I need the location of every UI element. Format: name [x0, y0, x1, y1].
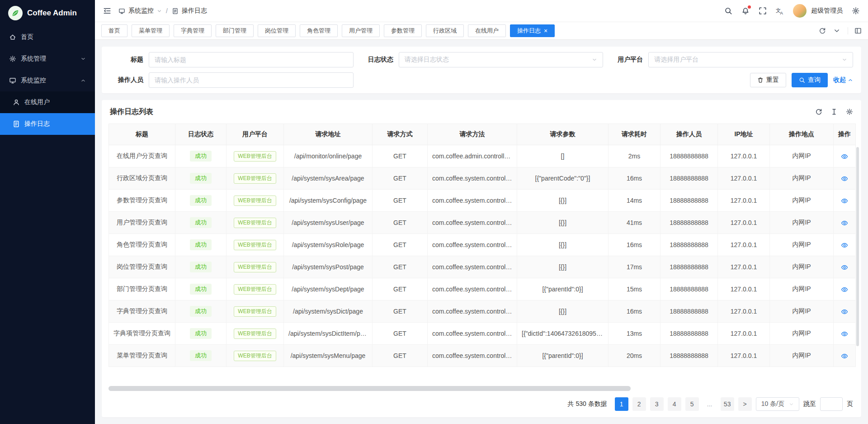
- sidebar-item-system-management[interactable]: 系统管理: [0, 48, 95, 70]
- cell-duration: 16ms: [609, 300, 660, 323]
- title-input[interactable]: [149, 52, 354, 67]
- cell-ip-address: 127.0.0.1: [718, 345, 770, 367]
- breadcrumb-parent[interactable]: 系统监控: [128, 7, 154, 15]
- tab-label: 参数管理: [391, 27, 415, 35]
- filter-title-label: 标题: [110, 56, 149, 64]
- filter-operator-field: 操作人员: [110, 72, 354, 88]
- user-platform-select[interactable]: 请选择用户平台: [648, 52, 853, 67]
- status-badge: 成功: [175, 190, 226, 212]
- avatar[interactable]: [793, 4, 807, 18]
- cell-title: 菜单管理分页查询: [109, 345, 175, 367]
- next-page-button[interactable]: >: [738, 397, 752, 411]
- view-detail-eye-icon[interactable]: [841, 286, 848, 293]
- search-icon[interactable]: [724, 7, 732, 15]
- cell-operator: 18888888888: [660, 278, 718, 300]
- horizontal-scrollbar[interactable]: [108, 386, 854, 391]
- tab-字典管理[interactable]: 字典管理: [174, 24, 212, 37]
- cell-request-method: GET: [373, 300, 428, 323]
- page-button-1[interactable]: 1: [615, 397, 628, 411]
- page-size-select[interactable]: 10 条/页: [756, 397, 799, 411]
- operator-input[interactable]: [149, 72, 354, 88]
- page-button-53[interactable]: 53: [721, 397, 734, 411]
- cell-request-url: /api/monitor/online/page: [284, 145, 373, 167]
- cell-title: 字典项管理分页查询: [109, 323, 175, 345]
- page-ellipsis: ...: [703, 397, 717, 411]
- view-detail-eye-icon[interactable]: [841, 330, 848, 338]
- page-button-5[interactable]: 5: [685, 397, 699, 411]
- sidebar-item-label: 操作日志: [24, 120, 50, 128]
- sidebar-item-label: 在线用户: [24, 98, 50, 106]
- tab-用户管理[interactable]: 用户管理: [342, 24, 380, 37]
- refresh-tabs-icon[interactable]: [819, 27, 826, 34]
- platform-tag: WEB管理后台: [234, 262, 276, 272]
- tab-岗位管理[interactable]: 岗位管理: [258, 24, 296, 37]
- cell-request-params: [{"parentCode":"0"}]: [517, 167, 609, 190]
- cell-title: 在线用户分页查询: [109, 145, 175, 167]
- monitor-icon: [9, 77, 16, 84]
- cell-duration: 20ms: [609, 345, 660, 367]
- tab-菜单管理[interactable]: 菜单管理: [132, 24, 170, 37]
- chevron-down-icon: [789, 402, 794, 407]
- layout-toggle-icon[interactable]: [848, 27, 862, 34]
- tab-参数管理[interactable]: 参数管理: [384, 24, 422, 37]
- jump-page-input[interactable]: [820, 397, 843, 411]
- tab-close-icon[interactable]: ×: [544, 28, 547, 34]
- view-detail-eye-icon[interactable]: [841, 153, 848, 160]
- density-icon[interactable]: [830, 108, 838, 115]
- table-row: 菜单管理分页查询成功WEB管理后台/api/system/sysMenu/pag…: [109, 345, 856, 367]
- horizontal-scrollbar-thumb[interactable]: [108, 386, 631, 391]
- tab-在线用户[interactable]: 在线用户: [468, 24, 506, 37]
- cell-request-params: [{"dictId":140647326180950...: [517, 323, 609, 345]
- view-detail-eye-icon[interactable]: [841, 197, 848, 205]
- fullscreen-icon[interactable]: [759, 7, 767, 15]
- column-header: 请求地址: [284, 124, 373, 145]
- cell-request-params: [{}]: [517, 212, 609, 234]
- table-row: 字典管理分页查询成功WEB管理后台/api/system/sysDict/pag…: [109, 300, 856, 323]
- sidebar-collapse-icon[interactable]: [103, 7, 111, 15]
- cell-request-url: /api/system/sysPost/page: [284, 256, 373, 278]
- notification-bell-icon[interactable]: [741, 7, 750, 15]
- search-button[interactable]: 查询: [792, 73, 828, 87]
- reset-button[interactable]: 重置: [750, 73, 786, 87]
- view-detail-eye-icon[interactable]: [841, 264, 848, 271]
- monitor-icon: [118, 8, 125, 14]
- view-detail-eye-icon[interactable]: [841, 242, 848, 249]
- column-header: 请求方式: [373, 124, 428, 145]
- log-table-card: 操作日志列表 标题日志状态用户平台请求地址请求方式请求方法请求参数请求耗时操作人…: [102, 100, 861, 417]
- tab-行政区域[interactable]: 行政区域: [426, 24, 464, 37]
- sidebar-item-online-user[interactable]: 在线用户: [0, 91, 95, 113]
- page-button-3[interactable]: 3: [650, 397, 664, 411]
- tab-首页[interactable]: 首页: [101, 24, 127, 37]
- sidebar-item-system-monitor[interactable]: 系统监控: [0, 70, 95, 91]
- collapse-filters-link[interactable]: 收起: [833, 76, 853, 84]
- platform-tag: WEB管理后台: [234, 306, 276, 317]
- page-button-4[interactable]: 4: [668, 397, 681, 411]
- settings-gear-icon[interactable]: [852, 7, 860, 15]
- translate-icon[interactable]: 文A: [776, 7, 784, 15]
- cell-title: 用户管理分页查询: [109, 212, 175, 234]
- table-settings-icon[interactable]: [846, 108, 853, 115]
- tab-操作日志[interactable]: 操作日志×: [510, 24, 555, 37]
- cell-request-params: [{"parentId":0}]: [517, 278, 609, 300]
- view-detail-eye-icon[interactable]: [841, 308, 848, 315]
- cell-location: 内网IP: [770, 345, 834, 367]
- tab-角色管理[interactable]: 角色管理: [300, 24, 338, 37]
- username[interactable]: 超级管理员: [811, 7, 843, 15]
- view-detail-eye-icon[interactable]: [841, 353, 848, 360]
- sidebar-menu: 首页 系统管理 系统监控 在线用户 操作日志: [0, 26, 95, 135]
- vertical-scrollbar[interactable]: [856, 147, 859, 346]
- gear-icon: [9, 55, 16, 62]
- tab-options-chevron-icon[interactable]: [833, 27, 840, 34]
- page-button-2[interactable]: 2: [632, 397, 646, 411]
- status-badge: 成功: [190, 195, 212, 206]
- view-detail-eye-icon[interactable]: [841, 175, 848, 182]
- sidebar-item-home[interactable]: 首页: [0, 26, 95, 48]
- log-status-select[interactable]: 请选择日志状态: [399, 52, 604, 67]
- refresh-table-icon[interactable]: [815, 108, 822, 115]
- cell-request-handler: com.coffee.system.controlle...: [428, 167, 517, 190]
- tab-部门管理[interactable]: 部门管理: [216, 24, 254, 37]
- view-detail-eye-icon[interactable]: [841, 219, 848, 227]
- sidebar-item-operation-log[interactable]: 操作日志: [0, 113, 95, 135]
- collapse-label: 收起: [833, 76, 846, 84]
- cell-request-method: GET: [373, 345, 428, 367]
